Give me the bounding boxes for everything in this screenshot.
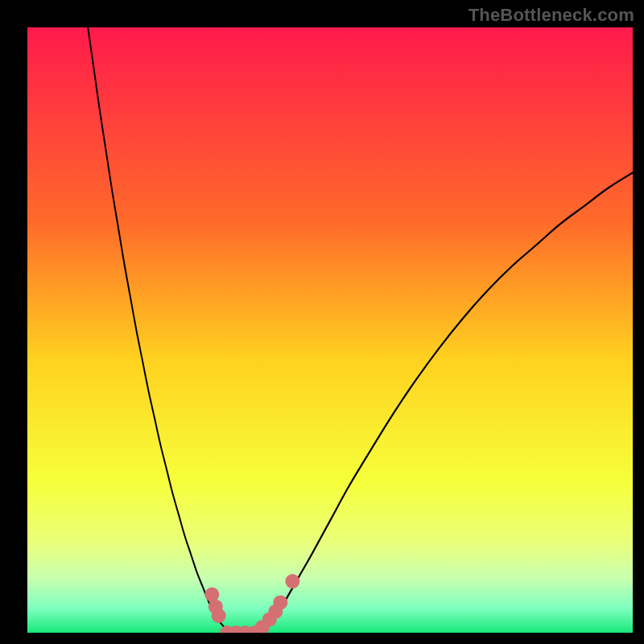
marker-point xyxy=(285,574,299,588)
plot-area xyxy=(27,27,633,633)
chart-frame: TheBottleneck.com xyxy=(0,0,644,644)
marker-point xyxy=(273,595,287,609)
marker-point xyxy=(212,609,226,623)
gradient-background xyxy=(27,27,633,633)
watermark-text: TheBottleneck.com xyxy=(469,5,634,26)
bottleneck-chart xyxy=(27,27,633,633)
